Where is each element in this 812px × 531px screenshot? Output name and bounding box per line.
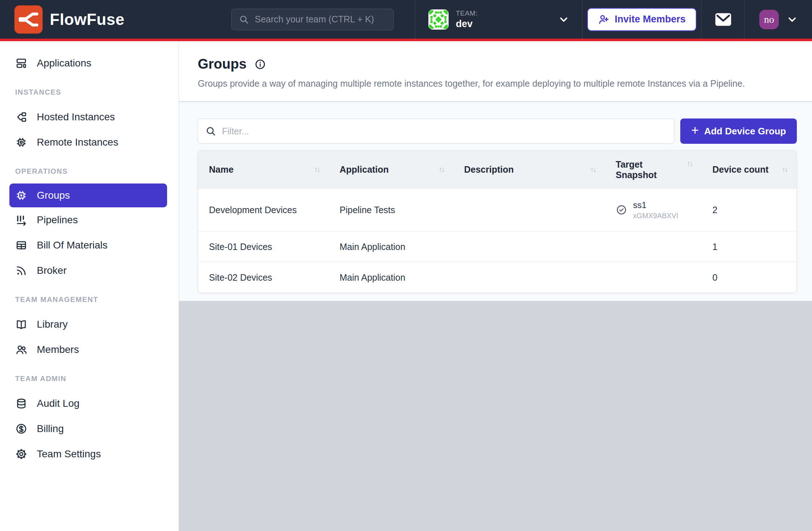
cell-application: Main Application xyxy=(329,232,453,262)
applications-icon xyxy=(15,57,27,69)
table-row[interactable]: Development Devices Pipeline Tests ss1 xyxy=(198,188,796,231)
column-header-device-count: Device count ↑↓ xyxy=(702,151,796,188)
cell-device-count: 2 xyxy=(702,189,796,231)
search-icon xyxy=(205,125,217,137)
snapshot-id: xGMX9ABXVI xyxy=(633,212,678,220)
team-label: TEAM: xyxy=(456,9,478,17)
sort-icon[interactable]: ↑↓ xyxy=(590,165,595,174)
cell-device-count: 1 xyxy=(702,232,796,262)
plus-icon: + xyxy=(691,124,699,137)
chevron-down-icon xyxy=(787,14,798,25)
team-avatar xyxy=(428,9,449,30)
cell-description xyxy=(453,232,605,262)
sidebar-item-groups[interactable]: Groups xyxy=(9,184,167,207)
device-groups-table: Name ↑↓ Application ↑↓ Description ↑↓ Ta… xyxy=(198,150,797,293)
billing-icon xyxy=(15,423,27,435)
sidebar-item-applications[interactable]: Applications xyxy=(0,51,179,76)
sidebar-item-pipelines[interactable]: Pipelines xyxy=(0,207,179,233)
pipelines-icon xyxy=(15,214,27,226)
sidebar-item-bill-of-materials[interactable]: Bill Of Materials xyxy=(0,233,179,258)
main-content: Groups Groups provide a way of managing … xyxy=(179,41,812,531)
library-icon xyxy=(15,318,27,331)
sort-icon[interactable]: ↑↓ xyxy=(687,159,692,168)
team-search xyxy=(231,9,394,30)
sidebar-section-team-admin: TEAM ADMIN xyxy=(15,375,179,383)
column-header-description: Description ↑↓ xyxy=(453,151,605,188)
sidebar-section-operations: OPERATIONS xyxy=(15,167,179,176)
empty-area xyxy=(179,301,812,531)
sort-icon[interactable]: ↑↓ xyxy=(782,165,787,174)
table-row[interactable]: Site-02 Devices Main Application 0 xyxy=(198,262,796,293)
check-circle-icon xyxy=(616,204,627,216)
cell-application: Pipeline Tests xyxy=(329,189,453,231)
cell-application: Main Application xyxy=(329,262,453,293)
flowfuse-logo-icon[interactable] xyxy=(14,5,43,34)
cell-target-snapshot: ss1 xGMX9ABXVI xyxy=(605,189,702,231)
team-selector[interactable]: TEAM: dev xyxy=(415,0,582,39)
audit-log-icon xyxy=(15,397,27,410)
groups-icon xyxy=(15,189,27,202)
filter-input[interactable] xyxy=(198,118,675,144)
members-icon xyxy=(15,344,27,356)
app-header: FlowFuse xyxy=(0,0,812,39)
search-icon xyxy=(239,14,249,25)
cell-device-count: 0 xyxy=(702,262,796,293)
brand-name: FlowFuse xyxy=(50,10,125,29)
cell-name: Development Devices xyxy=(198,189,329,231)
sidebar-item-library[interactable]: Library xyxy=(0,312,179,337)
brand: FlowFuse xyxy=(0,5,231,34)
sidebar-item-remote-instances[interactable]: Remote Instances xyxy=(0,130,179,155)
sidebar-section-team-management: TEAM MANAGEMENT xyxy=(15,295,179,304)
snapshot-name: ss1 xyxy=(633,200,678,210)
table-row[interactable]: Site-01 Devices Main Application 1 xyxy=(198,231,796,262)
user-avatar: no xyxy=(759,10,779,29)
chevron-down-icon[interactable] xyxy=(558,14,569,25)
remote-instances-icon xyxy=(15,136,27,148)
user-menu[interactable]: no xyxy=(745,0,812,39)
column-header-name: Name ↑↓ xyxy=(198,151,329,188)
sidebar-item-team-settings[interactable]: Team Settings xyxy=(0,441,179,467)
mail-icon[interactable] xyxy=(715,12,732,27)
user-plus-icon xyxy=(598,14,610,25)
broker-icon xyxy=(15,264,27,277)
sidebar-item-hosted-instances[interactable]: Hosted Instances xyxy=(0,104,179,130)
accent-bar xyxy=(0,39,812,41)
cell-name: Site-01 Devices xyxy=(198,232,329,262)
hosted-instances-icon xyxy=(15,111,27,123)
table-header-row: Name ↑↓ Application ↑↓ Description ↑↓ Ta… xyxy=(198,151,796,188)
page-title: Groups xyxy=(198,56,246,72)
sort-icon[interactable]: ↑↓ xyxy=(314,165,319,174)
team-name: dev xyxy=(456,18,478,30)
gear-icon xyxy=(15,448,27,460)
cell-target-snapshot xyxy=(605,262,702,293)
info-icon[interactable] xyxy=(254,59,266,70)
sidebar-item-members[interactable]: Members xyxy=(0,337,179,362)
bill-of-materials-icon xyxy=(15,239,27,251)
sidebar: Applications INSTANCES Hosted Instances xyxy=(0,41,179,531)
column-header-target-snapshot: Target Snapshot ↑↓ xyxy=(605,151,702,188)
invite-members-button[interactable]: Invite Members xyxy=(587,8,697,31)
search-input[interactable] xyxy=(231,9,394,30)
sidebar-item-audit-log[interactable]: Audit Log xyxy=(0,391,179,416)
sort-icon[interactable]: ↑↓ xyxy=(438,165,444,174)
sidebar-item-broker[interactable]: Broker xyxy=(0,258,179,283)
add-device-group-button[interactable]: + Add Device Group xyxy=(680,118,797,144)
sidebar-item-billing[interactable]: Billing xyxy=(0,416,179,441)
page-description: Groups provide a way of managing multipl… xyxy=(198,78,793,89)
cell-description xyxy=(453,262,605,293)
cell-description xyxy=(453,189,605,231)
column-header-application: Application ↑↓ xyxy=(329,151,453,188)
sidebar-section-instances: INSTANCES xyxy=(15,88,179,96)
cell-target-snapshot xyxy=(605,232,702,262)
cell-name: Site-02 Devices xyxy=(198,262,329,293)
